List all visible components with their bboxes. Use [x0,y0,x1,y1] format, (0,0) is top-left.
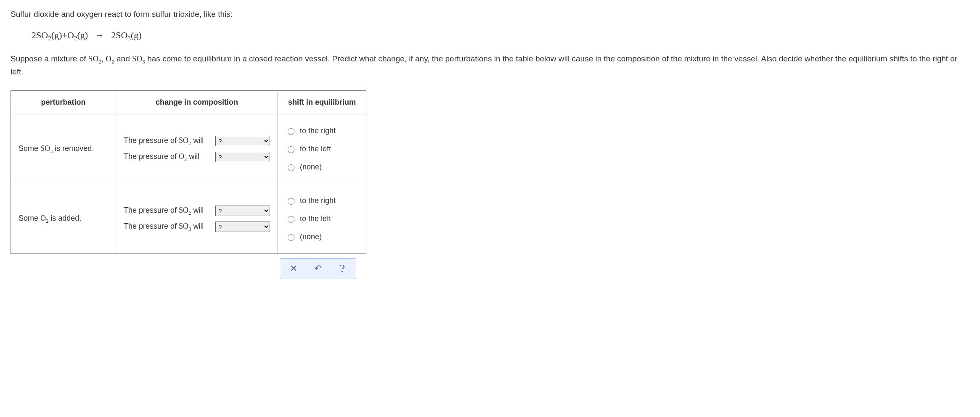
perturbation-table: perturbation change in composition shift… [11,90,366,254]
shift-right-label: to the right [300,125,336,137]
action-button-bar: ✕ ↶ ? [280,258,356,279]
shift-left-label: to the left [300,213,331,224]
change-label: The pressure of SO3 will [124,221,210,233]
perturbation-cell: Some O2 is added. [11,184,116,254]
shift-none-radio-row1[interactable] [288,164,294,171]
shift-cell: to the right to the left (none) [278,114,366,184]
shift-right-radio-row2[interactable] [288,198,294,205]
shift-left-label: to the left [300,143,331,155]
change-label: The pressure of O2 will [124,151,210,163]
change-label: The pressure of SO2 will [124,205,210,217]
reaction-equation: 2SO2(g)+O2(g) → 2SO3(g) [32,28,969,43]
undo-icon: ↶ [314,263,322,274]
change-cell: The pressure of SO2 will ? The pressure … [116,114,278,184]
pressure-o2-select-row1[interactable]: ? [215,152,270,162]
close-button[interactable]: ✕ [281,260,306,277]
shift-none-radio-row2[interactable] [288,234,294,241]
change-cell: The pressure of SO2 will ? The pressure … [116,184,278,254]
shift-right-radio-row1[interactable] [288,128,294,135]
header-shift: shift in equilibrium [278,91,366,114]
undo-button[interactable]: ↶ [306,260,330,277]
shift-left-radio-row1[interactable] [288,146,294,153]
help-icon: ? [340,262,345,275]
table-row: Some O2 is added. The pressure of SO2 wi… [11,184,366,254]
change-label: The pressure of SO2 will [124,135,210,147]
close-icon: ✕ [290,263,297,274]
shift-cell: to the right to the left (none) [278,184,366,254]
help-button[interactable]: ? [330,260,355,277]
table-row: Some SO3 is removed. The pressure of SO2… [11,114,366,184]
instruction-paragraph: Suppose a mixture of SO2, O2 and SO3 has… [11,53,969,78]
header-perturbation: perturbation [11,91,116,114]
header-change: change in composition [116,91,278,114]
shift-none-label: (none) [300,231,322,243]
shift-right-label: to the right [300,195,336,206]
perturbation-cell: Some SO3 is removed. [11,114,116,184]
shift-left-radio-row2[interactable] [288,216,294,223]
intro-line-1: Sulfur dioxide and oxygen react to form … [11,8,969,21]
shift-none-label: (none) [300,161,322,173]
pressure-so2-select-row2[interactable]: ? [215,206,270,216]
pressure-so3-select-row2[interactable]: ? [215,222,270,232]
pressure-so2-select-row1[interactable]: ? [215,136,270,146]
